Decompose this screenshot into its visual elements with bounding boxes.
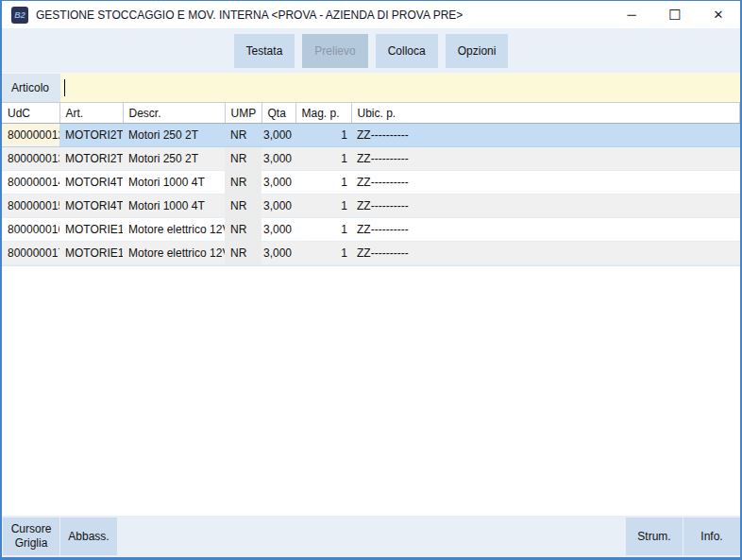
cell-udc[interactable]: 800000013 <box>2 147 59 171</box>
table-row[interactable]: 800000015 MOTORI4T Motori 1000 4T NR 3,0… <box>2 195 740 218</box>
table-header-row: UdC Art. Descr. UMP Qta Mag. p. Ubic. p. <box>2 103 740 124</box>
cell-ump[interactable]: NR <box>225 171 261 195</box>
cell-ubicp[interactable]: ZZ---------- <box>351 242 740 265</box>
cell-magp[interactable]: 1 <box>295 147 351 171</box>
footer-right-group: Strum. Info. <box>625 518 740 555</box>
cell-art[interactable]: MOTORI2T <box>59 124 123 147</box>
cell-ump[interactable]: NR <box>225 195 261 218</box>
window-controls: ─ ☐ ✕ <box>610 1 740 28</box>
col-header-qta[interactable]: Qta <box>261 103 295 124</box>
cell-ump[interactable]: NR <box>225 124 261 147</box>
cursore-griglia-button[interactable]: Cursore Griglia <box>3 518 59 555</box>
cell-descr[interactable]: Motore elettrico 12V <box>123 218 225 242</box>
cell-ubicp[interactable]: ZZ---------- <box>351 218 740 242</box>
cell-ubicp[interactable]: ZZ---------- <box>351 124 740 147</box>
col-header-descr[interactable]: Descr. <box>123 103 225 124</box>
cell-art[interactable]: MOTORIE12 <box>59 242 123 265</box>
cell-descr[interactable]: Motori 1000 4T <box>123 195 225 218</box>
cell-qta[interactable]: 3,000 <box>261 171 295 195</box>
stock-table: UdC Art. Descr. UMP Qta Mag. p. Ubic. p.… <box>2 102 740 265</box>
cell-descr[interactable]: Motori 250 2T <box>123 124 225 147</box>
close-button[interactable]: ✕ <box>697 1 740 28</box>
cell-ubicp[interactable]: ZZ---------- <box>351 171 740 195</box>
articolo-input[interactable] <box>60 74 740 102</box>
cell-qta[interactable]: 3,000 <box>261 147 295 171</box>
articolo-row: Articolo <box>2 74 740 102</box>
title-bar: B2 GESTIONE STOCCAGGIO E MOV. INTERNA <P… <box>2 1 740 28</box>
app-icon: B2 <box>11 7 28 24</box>
cell-magp[interactable]: 1 <box>295 218 351 242</box>
app-window: B2 GESTIONE STOCCAGGIO E MOV. INTERNA <P… <box>0 0 742 560</box>
grid-empty-area <box>2 265 740 514</box>
cell-ubicp[interactable]: ZZ---------- <box>351 195 740 218</box>
cell-art[interactable]: MOTORIE12 <box>59 218 123 242</box>
table-row[interactable]: 800000013 MOTORI2T Motori 250 2T NR 3,00… <box>2 147 740 171</box>
cell-qta[interactable]: 3,000 <box>261 124 295 147</box>
info-button[interactable]: Info. <box>683 518 740 555</box>
cell-qta[interactable]: 3,000 <box>261 242 295 265</box>
cell-udc[interactable]: 800000015 <box>2 195 59 218</box>
col-header-ump[interactable]: UMP <box>225 103 261 124</box>
colloca-button[interactable]: Colloca <box>376 34 438 68</box>
cell-art[interactable]: MOTORI2T <box>59 147 123 171</box>
cell-descr[interactable]: Motori 1000 4T <box>123 171 225 195</box>
cell-ump[interactable]: NR <box>225 242 261 265</box>
abbass-button[interactable]: Abbass. <box>60 518 117 555</box>
cell-udc[interactable]: 800000014 <box>2 171 59 195</box>
cell-descr[interactable]: Motori 250 2T <box>123 147 225 171</box>
table-row[interactable]: 800000016 MOTORIE12 Motore elettrico 12V… <box>2 218 740 242</box>
minimize-button[interactable]: ─ <box>610 1 653 28</box>
table-row[interactable]: 800000017 MOTORIE12 Motore elettrico 12V… <box>2 242 740 265</box>
col-header-udc[interactable]: UdC <box>2 103 59 124</box>
window-title: GESTIONE STOCCAGGIO E MOV. INTERNA <PROV… <box>36 8 463 22</box>
cell-art[interactable]: MOTORI4T <box>59 171 123 195</box>
cell-udc[interactable]: 800000012 <box>2 124 59 147</box>
footer-bar: Cursore Griglia Abbass. Strum. Info. <box>2 516 740 557</box>
articolo-field-wrap <box>60 74 740 102</box>
cell-qta[interactable]: 3,000 <box>261 218 295 242</box>
cell-udc[interactable]: 800000016 <box>2 218 59 242</box>
cell-magp[interactable]: 1 <box>295 242 351 265</box>
cell-magp[interactable]: 1 <box>295 124 351 147</box>
col-header-ubicp[interactable]: Ubic. p. <box>351 103 740 124</box>
cell-magp[interactable]: 1 <box>295 171 351 195</box>
testata-button[interactable]: Testata <box>234 34 295 68</box>
strum-button[interactable]: Strum. <box>626 518 683 555</box>
cell-descr[interactable]: Motore elettrico 12V <box>123 242 225 265</box>
cell-ump[interactable]: NR <box>225 218 261 242</box>
opzioni-button[interactable]: Opzioni <box>446 34 509 68</box>
col-header-magp[interactable]: Mag. p. <box>295 103 351 124</box>
maximize-button[interactable]: ☐ <box>653 1 697 28</box>
table-row[interactable]: 800000014 MOTORI4T Motori 1000 4T NR 3,0… <box>2 171 740 195</box>
cell-ump[interactable]: NR <box>225 147 261 171</box>
text-caret <box>64 79 65 96</box>
prelievo-button: Prelievo <box>302 34 367 68</box>
table-row[interactable]: 800000012 MOTORI2T Motori 250 2T NR 3,00… <box>2 124 740 147</box>
cell-ubicp[interactable]: ZZ---------- <box>351 147 740 171</box>
toolbar: Testata Prelievo Colloca Opzioni <box>2 28 740 74</box>
col-header-art[interactable]: Art. <box>59 103 123 124</box>
cell-art[interactable]: MOTORI4T <box>59 195 123 218</box>
articolo-label: Articolo <box>2 74 60 102</box>
cell-udc[interactable]: 800000017 <box>2 242 59 265</box>
cell-magp[interactable]: 1 <box>295 195 351 218</box>
cell-qta[interactable]: 3,000 <box>261 195 295 218</box>
